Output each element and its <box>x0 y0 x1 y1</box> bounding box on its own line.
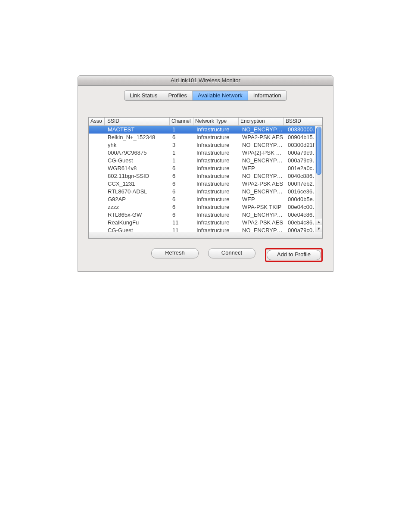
col-header-enc[interactable]: Encryption <box>239 118 284 125</box>
cell-channel: 3 <box>170 141 194 149</box>
cell-ssid: yhk <box>105 141 170 149</box>
cell-asso <box>89 227 105 232</box>
table-row[interactable]: RTL8670-ADSL6InfrastructureNO_ENCRYP…001… <box>89 188 322 196</box>
cell-channel: 1 <box>170 157 194 165</box>
cell-ssid: 802.11bgn-SSID <box>105 172 170 180</box>
cell-asso <box>89 157 105 165</box>
connect-button[interactable]: Connect <box>208 248 255 258</box>
cell-asso <box>89 188 105 196</box>
wireless-monitor-window: AirLink101 Wireless Monitor Link Status … <box>78 75 333 272</box>
cell-enc: WPA-PSK TKIP <box>240 203 285 211</box>
cell-asso <box>89 196 105 203</box>
col-header-bssid[interactable]: BSSID <box>284 118 322 125</box>
table-row[interactable]: 802.11bgn-SSID6InfrastructureNO_ENCRYP…0… <box>89 172 322 180</box>
cell-ssid: RTL8670-ADSL <box>105 188 170 196</box>
cell-enc: WPA(2)-PSK … <box>240 149 285 157</box>
cell-channel: 6 <box>170 172 194 180</box>
table-row[interactable]: CCX_12316InfrastructureWPA2-PSK AES000ff… <box>89 180 322 188</box>
cell-ssid: zzzz <box>105 203 170 211</box>
cell-channel: 6 <box>170 188 194 196</box>
tab-available-network[interactable]: Available Network <box>193 91 248 100</box>
window-title: AirLink101 Wireless Monitor <box>78 76 333 86</box>
scroll-down-arrow[interactable]: ▼ <box>315 225 322 232</box>
table-row[interactable]: zzzz6InfrastructureWPA-PSK TKIP00e04c000… <box>89 203 322 211</box>
cell-asso <box>89 134 105 141</box>
cell-ntype: Infrastructure <box>194 227 240 232</box>
cell-ssid: G92AP <box>105 196 170 203</box>
scroll-up-arrow[interactable]: ▲ <box>315 218 322 225</box>
horizontal-scrollbar[interactable] <box>89 232 322 238</box>
scrollbar-thumb[interactable] <box>316 127 321 175</box>
col-header-asso[interactable]: Asso <box>89 118 105 125</box>
cell-channel: 6 <box>170 211 194 219</box>
cell-channel: 11 <box>170 227 194 232</box>
add-to-profile-highlight: Add to Profile <box>265 248 323 262</box>
cell-ntype: Infrastructure <box>194 134 240 141</box>
cell-asso <box>89 149 105 157</box>
cell-ntype: Infrastructure <box>194 141 240 149</box>
cell-enc: NO_ENCRYP… <box>240 157 285 165</box>
cell-ssid: WGR614v8 <box>105 165 170 172</box>
tab-profiles[interactable]: Profiles <box>163 91 193 100</box>
cell-asso <box>89 141 105 149</box>
vertical-scrollbar[interactable]: ▲ ▼ <box>315 126 322 232</box>
tab-link-status[interactable]: Link Status <box>125 91 163 100</box>
cell-ntype: Infrastructure <box>194 157 240 165</box>
table-header: Asso SSID Channel Network Type Encryptio… <box>89 118 322 126</box>
table-row[interactable]: 000A79C968751InfrastructureWPA(2)-PSK …0… <box>89 149 322 157</box>
cell-ntype: Infrastructure <box>194 203 240 211</box>
table-row[interactable]: Belkin_N+_1523486InfrastructureWPA2-PSK … <box>89 134 322 141</box>
table-row[interactable]: MACTEST1InfrastructureNO_ENCRYP…00330000… <box>89 126 322 134</box>
content-panel: Asso SSID Channel Network Type Encryptio… <box>88 111 323 264</box>
cell-asso <box>89 165 105 172</box>
cell-ntype: Infrastructure <box>194 196 240 203</box>
cell-ssid: CCX_1231 <box>105 180 170 188</box>
cell-ntype: Infrastructure <box>194 172 240 180</box>
cell-asso <box>89 219 105 227</box>
table-row[interactable]: G92AP6InfrastructureWEP000d0b5ee… <box>89 196 322 203</box>
cell-ssid: RealKungFu <box>105 219 170 227</box>
cell-ntype: Infrastructure <box>194 180 240 188</box>
scrollbar-track[interactable] <box>315 126 322 218</box>
cell-asso <box>89 126 105 134</box>
table-row[interactable]: CG-Guest1InfrastructureNO_ENCRYP…000a79c… <box>89 157 322 165</box>
cell-enc: NO_ENCRYP… <box>240 172 285 180</box>
cell-enc: WPA2-PSK AES <box>240 134 285 141</box>
table-row[interactable]: WGR614v86InfrastructureWEP001e2a0cb… <box>89 165 322 172</box>
cell-channel: 6 <box>170 134 194 141</box>
add-to-profile-button[interactable]: Add to Profile <box>267 250 321 260</box>
cell-ssid: Belkin_N+_152348 <box>105 134 170 141</box>
col-header-channel[interactable]: Channel <box>170 118 193 125</box>
table-row[interactable]: yhk3InfrastructureNO_ENCRYP…00300d21f… <box>89 141 322 149</box>
cell-asso <box>89 211 105 219</box>
cell-ssid: RTL865x-GW <box>105 211 170 219</box>
cell-ssid: 000A79C96875 <box>105 149 170 157</box>
cell-enc: NO_ENCRYP… <box>240 126 285 134</box>
cell-channel: 1 <box>170 126 194 134</box>
button-row: Refresh Connect Add to Profile <box>88 248 323 264</box>
cell-ntype: Infrastructure <box>194 188 240 196</box>
cell-enc: WPA2-PSK AES <box>240 180 285 188</box>
cell-channel: 11 <box>170 219 194 227</box>
cell-ntype: Infrastructure <box>194 149 240 157</box>
cell-ntype: Infrastructure <box>194 211 240 219</box>
cell-channel: 6 <box>170 165 194 172</box>
col-header-ntype[interactable]: Network Type <box>193 118 239 125</box>
cell-asso <box>89 203 105 211</box>
tabs: Link Status Profiles Available Network I… <box>78 90 333 101</box>
cell-enc: WEP <box>240 196 285 203</box>
col-header-ssid[interactable]: SSID <box>105 118 170 125</box>
table-row[interactable]: RTL865x-GW6InfrastructureNO_ENCRYP…00e04… <box>89 211 322 219</box>
cell-enc: NO_ENCRYP… <box>240 188 285 196</box>
cell-asso <box>89 172 105 180</box>
cell-ssid: CG-Guest <box>105 157 170 165</box>
cell-enc: NO_ENCRYP… <box>240 227 285 232</box>
table-row[interactable]: RealKungFu11InfrastructureWPA2-PSK AES00… <box>89 219 322 227</box>
cell-enc: NO_ENCRYP… <box>240 211 285 219</box>
refresh-button[interactable]: Refresh <box>151 248 199 258</box>
cell-channel: 6 <box>170 203 194 211</box>
tab-information[interactable]: Information <box>248 91 286 100</box>
table-row[interactable]: CG-Guest11InfrastructureNO_ENCRYP…000a79… <box>89 227 322 232</box>
cell-channel: 6 <box>170 180 194 188</box>
cell-ssid: CG-Guest <box>105 227 170 232</box>
